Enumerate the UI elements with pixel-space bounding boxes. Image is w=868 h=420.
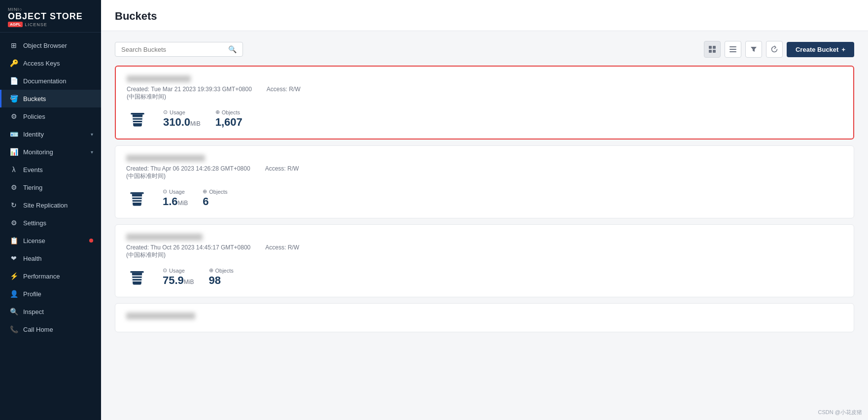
bucket-stats-2: ⊙ Usage 1.6MiB ⊕ Objects 6 — [126, 187, 843, 209]
sidebar-label-settings: Settings — [23, 219, 93, 227]
usage-value-3: 75.9MiB — [163, 275, 194, 286]
objects-value-1: 1,607 — [215, 116, 243, 128]
bucket-card-3[interactable]: Created: Thu Oct 26 2023 14:45:17 GMT+08… — [115, 224, 854, 297]
sidebar-label-buckets: Buckets — [23, 95, 93, 103]
usage-unit-2: MiB — [178, 200, 188, 207]
sidebar-label-policies: Policies — [23, 113, 93, 120]
svg-rect-12 — [131, 197, 143, 198]
sidebar-item-buckets[interactable]: 🪣 Buckets — [0, 90, 101, 107]
performance-icon: ⚡ — [9, 272, 18, 280]
svg-rect-15 — [130, 271, 144, 273]
page-title: Buckets — [115, 10, 854, 23]
objects-label-2: Objects — [209, 189, 227, 195]
usage-label-2: Usage — [169, 189, 185, 195]
main-header: Buckets — [101, 0, 868, 31]
sidebar-item-settings[interactable]: ⚙ Settings — [0, 214, 101, 232]
objects-icon-1: ⊕ — [215, 109, 220, 115]
svg-rect-4 — [729, 46, 736, 47]
bucket-icon-3 — [126, 266, 148, 288]
license-icon: 📋 — [9, 237, 18, 245]
profile-icon: 👤 — [9, 290, 18, 298]
usage-value-2: 1.6MiB — [163, 196, 188, 208]
search-box[interactable]: 🔍 — [115, 42, 243, 57]
sidebar-item-profile[interactable]: 👤 Profile — [0, 285, 101, 303]
bucket-access-3: Access: R/W — [265, 244, 299, 259]
objects-value-3: 98 — [209, 275, 234, 286]
bucket-name-1 — [127, 75, 842, 84]
filter-button[interactable] — [745, 41, 762, 58]
policies-icon: ⚙ — [9, 112, 18, 120]
usage-label-3: Usage — [169, 268, 185, 274]
bucket-name-partial — [126, 313, 843, 321]
search-icon: 🔍 — [228, 45, 237, 53]
bucket-name-3 — [126, 234, 843, 242]
sidebar-item-site-replication[interactable]: ↻ Site Replication — [0, 196, 101, 214]
svg-rect-16 — [131, 276, 143, 277]
sidebar-item-identity[interactable]: 🪪 Identity ▾ — [0, 125, 101, 143]
sidebar-item-object-browser[interactable]: ⊞ Object Browser — [0, 36, 101, 54]
bucket-created-1: Created: Tue Mar 21 2023 19:39:33 GMT+08… — [127, 86, 252, 101]
tiering-icon: ⚙ — [9, 183, 18, 191]
events-icon: λ — [9, 166, 18, 174]
sidebar-label-events: Events — [23, 166, 93, 174]
objects-icon-2: ⊕ — [203, 188, 207, 195]
sidebar: MINI○ OBJECT STORE AGPL LICENSE ⊞ Object… — [0, 0, 101, 420]
sidebar-item-health[interactable]: ❤ Health — [0, 249, 101, 267]
logo-area: MINI○ OBJECT STORE AGPL LICENSE — [0, 0, 101, 33]
usage-icon-2: ⊙ — [163, 188, 167, 195]
sidebar-item-monitoring[interactable]: 📊 Monitoring ▾ — [0, 143, 101, 161]
create-bucket-label: Create Bucket — [796, 46, 838, 53]
usage-icon-1: ⊙ — [163, 109, 168, 115]
stat-objects-1: ⊕ Objects 1,607 — [215, 109, 243, 128]
watermark: CSDN @小花皮猪 — [818, 409, 862, 416]
sidebar-item-access-keys[interactable]: 🔑 Access Keys — [0, 54, 101, 72]
sidebar-label-monitoring: Monitoring — [23, 148, 86, 156]
bucket-stats-1: ⊙ Usage 310.0MiB ⊕ Objects 1,607 — [127, 108, 842, 130]
list-view-button[interactable] — [725, 41, 741, 58]
sidebar-label-license: License — [23, 237, 83, 245]
settings-icon: ⚙ — [9, 219, 18, 227]
sidebar-label-site-replication: Site Replication — [23, 202, 93, 209]
chevron-monitoring: ▾ — [91, 149, 93, 155]
bucket-card-partial[interactable] — [115, 303, 854, 332]
sidebar-label-access-keys: Access Keys — [23, 60, 93, 67]
sidebar-item-tiering[interactable]: ⚙ Tiering — [0, 178, 101, 196]
sidebar-item-performance[interactable]: ⚡ Performance — [0, 267, 101, 285]
sidebar-item-documentation[interactable]: 📄 Documentation — [0, 72, 101, 90]
grid-view-button[interactable] — [704, 41, 721, 58]
stat-usage-2: ⊙ Usage 1.6MiB — [163, 188, 188, 208]
sidebar-item-inspect[interactable]: 🔍 Inspect — [0, 303, 101, 320]
bucket-access-2: Access: R/W — [265, 165, 299, 180]
svg-rect-0 — [709, 46, 712, 49]
bucket-access-1: Access: R/W — [267, 86, 301, 101]
refresh-button[interactable] — [766, 41, 783, 58]
sidebar-item-call-home[interactable]: 📞 Call Home — [0, 320, 101, 338]
create-bucket-plus: + — [841, 46, 845, 53]
bucket-card-1[interactable]: Created: Tue Mar 21 2023 19:39:33 GMT+08… — [115, 66, 854, 140]
sidebar-label-performance: Performance — [23, 273, 93, 280]
sidebar-item-events[interactable]: λ Events — [0, 161, 101, 178]
stat-objects-3: ⊕ Objects 98 — [209, 267, 234, 286]
usage-unit-3: MiB — [184, 279, 194, 285]
bucket-stats-3: ⊙ Usage 75.9MiB ⊕ Objects 98 — [126, 266, 843, 288]
search-input[interactable] — [121, 46, 224, 53]
create-bucket-button[interactable]: Create Bucket + — [787, 42, 854, 57]
svg-rect-11 — [130, 192, 144, 194]
svg-rect-5 — [729, 49, 736, 50]
bucket-meta-1: Created: Tue Mar 21 2023 19:39:33 GMT+08… — [127, 86, 842, 101]
buckets-icon: 🪣 — [9, 95, 18, 103]
bucket-card-2[interactable]: Created: Thu Apr 06 2023 14:26:28 GMT+08… — [115, 145, 854, 218]
bucket-name-2 — [126, 155, 843, 163]
monitoring-icon: 📊 — [9, 148, 18, 156]
sidebar-item-policies[interactable]: ⚙ Policies — [0, 107, 101, 125]
usage-label-1: Usage — [170, 109, 185, 115]
sidebar-label-documentation: Documentation — [23, 77, 93, 85]
sidebar-item-license[interactable]: 📋 License — [0, 232, 101, 249]
svg-rect-1 — [713, 46, 716, 49]
call-home-icon: 📞 — [9, 325, 18, 333]
svg-rect-7 — [131, 113, 144, 114]
identity-icon: 🪪 — [9, 130, 18, 138]
sidebar-label-tiering: Tiering — [23, 184, 93, 191]
svg-rect-6 — [729, 51, 736, 52]
bucket-icon-2 — [126, 187, 148, 209]
